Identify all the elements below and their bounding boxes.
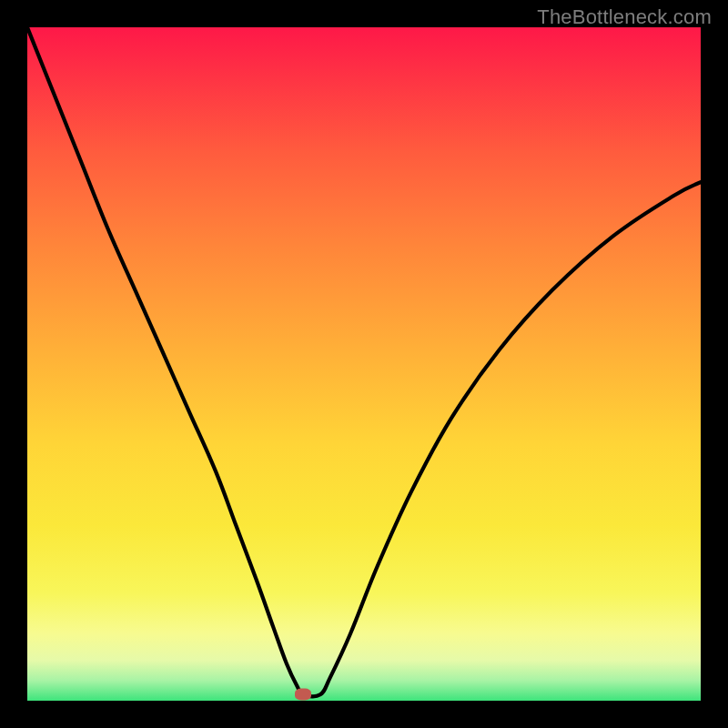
chart-frame: TheBottleneck.com <box>0 0 728 728</box>
watermark-text: TheBottleneck.com <box>537 5 712 29</box>
curve-path <box>27 27 701 696</box>
plot-area <box>27 27 701 701</box>
bottleneck-curve <box>27 27 701 701</box>
min-marker <box>295 689 311 701</box>
